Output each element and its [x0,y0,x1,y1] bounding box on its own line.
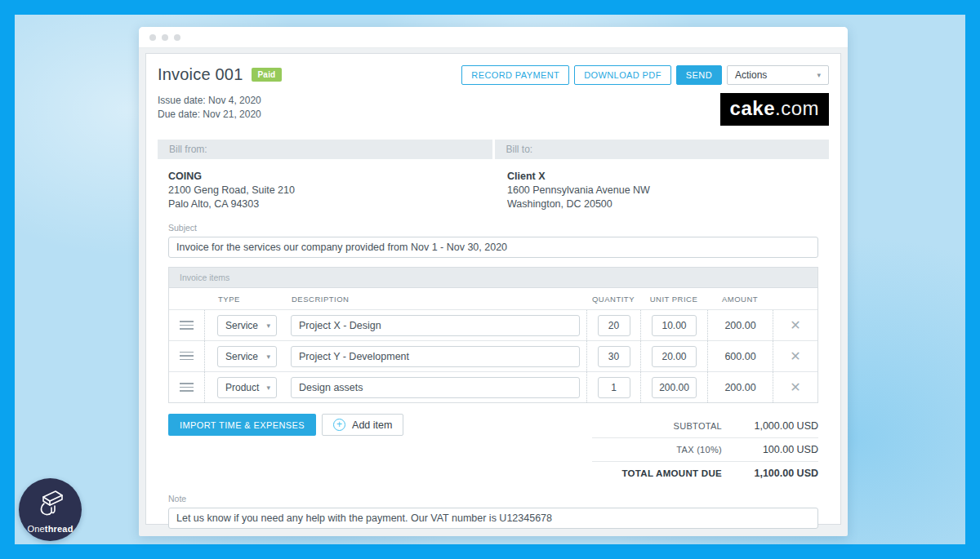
billing-addresses: COING 2100 Geng Road, Suite 210 Palo Alt… [158,159,829,223]
window-control-dot[interactable] [174,34,180,41]
add-item-label: Add item [352,419,392,431]
logo-text-bold: cake [730,97,775,120]
total-amount-due-label: TOTAL AMOUNT DUE [592,468,722,478]
column-header-quantity: QUANTITY [586,295,640,304]
download-pdf-button[interactable]: DOWNLOAD PDF [574,65,671,85]
tax-value: 100.00 USD [722,444,818,455]
item-unit-price-input[interactable] [652,315,697,336]
bill-from-name: COING [168,170,490,184]
onethread-wordmark: Onethread [27,524,73,534]
invoice-header: Invoice 001 Paid RECORD PAYMENT DOWNLOAD… [158,65,829,85]
bill-to-line1: 1600 Pennsylvania Avenue NW [507,184,829,197]
cake-com-logo: cake .com [720,93,829,126]
item-unit-price-input[interactable] [652,377,697,398]
bill-from-address: COING 2100 Geng Road, Suite 210 Palo Alt… [158,170,490,211]
toolbar: RECORD PAYMENT DOWNLOAD PDF SEND Actions… [461,65,829,85]
invoice-items-panel: Invoice items TYPE DESCRIPTION QUANTITY … [168,267,818,403]
item-amount: 600.00 [724,351,755,362]
item-quantity-input[interactable] [598,377,630,398]
totals-block: SUBTOTAL 1,000.00 USD TAX (10%) 100.00 U… [592,414,818,485]
item-type-select[interactable]: Service ▾ [217,346,277,367]
bill-from-line2: Palo Alto, CA 94303 [168,197,490,211]
drag-handle[interactable] [169,310,205,340]
billing-headers: Bill from: Bill to: [158,140,829,159]
bill-to-header: Bill to: [495,140,830,159]
drag-handle-icon [180,321,194,330]
subject-label: Subject [168,223,818,233]
invoice-items-bar: Invoice items [169,268,817,288]
add-item-button[interactable]: + Add item [322,414,403,436]
actions-dropdown-label: Actions [735,69,767,81]
plus-circle-icon: + [333,419,345,431]
bill-from-line1: 2100 Geng Road, Suite 210 [168,184,490,197]
subtotal-label: SUBTOTAL [592,421,722,431]
total-amount-due-row: TOTAL AMOUNT DUE 1,100.00 USD [592,461,818,485]
drag-handle-icon [180,352,194,361]
invoice-form: Subject Invoice items TYPE DESCRIPTION Q… [168,223,818,529]
page-background: Invoice 001 Paid RECORD PAYMENT DOWNLOAD… [0,0,980,559]
window-titlebar [139,27,848,48]
bill-from-header: Bill from: [158,140,492,159]
item-type-select[interactable]: Service ▾ [217,315,277,336]
window-control-dot[interactable] [162,34,168,41]
drag-handle-icon [180,383,194,392]
chevron-down-icon: ▾ [266,353,270,361]
note-block: Note [168,494,818,529]
column-header-amount: AMOUNT [707,295,773,304]
send-button[interactable]: SEND [676,65,722,85]
item-type-value: Product [225,382,259,393]
page-title: Invoice 001 [158,65,243,84]
table-row: Service ▾ 200.00 ✕ [169,309,817,340]
actions-dropdown[interactable]: Actions ▾ [727,65,829,85]
subject-block: Subject [168,223,818,258]
item-amount: 200.00 [724,382,755,393]
browser-window: Invoice 001 Paid RECORD PAYMENT DOWNLOAD… [139,27,848,536]
item-type-select[interactable]: Product ▾ [217,377,277,398]
chevron-down-icon: ▾ [266,384,270,392]
remove-item-icon[interactable]: ✕ [790,319,800,332]
column-header-description: DESCRIPTION [287,295,586,304]
item-amount: 200.00 [724,320,755,331]
status-badge: Paid [252,68,283,82]
record-payment-button[interactable]: RECORD PAYMENT [461,65,569,85]
subtotal-row: SUBTOTAL 1,000.00 USD [592,414,818,437]
logo-text-rest: .com [775,97,819,120]
item-description-input[interactable] [291,377,580,398]
note-label: Note [168,494,818,504]
total-amount-due-value: 1,100.00 USD [722,468,818,479]
import-time-expenses-button[interactable]: IMPORT TIME & EXPENSES [168,414,316,436]
table-row: Service ▾ 600.00 ✕ [169,340,817,371]
bill-to-line2: Washington, DC 20500 [507,197,829,211]
note-input[interactable] [168,508,818,529]
subject-input[interactable] [168,237,818,258]
remove-item-icon[interactable]: ✕ [790,350,800,363]
tax-row: TAX (10%) 100.00 USD [592,437,818,461]
tax-label: TAX (10%) [592,445,722,455]
bill-to-address: Client X 1600 Pennsylvania Avenue NW Was… [490,170,829,211]
subtotal-value: 1,000.00 USD [722,420,818,432]
table-row: Product ▾ 200.00 ✕ [169,371,817,402]
item-unit-price-input[interactable] [652,346,697,367]
items-table-header: TYPE DESCRIPTION QUANTITY UNIT PRICE AMO… [169,288,817,309]
item-description-input[interactable] [291,315,580,336]
item-type-value: Service [225,320,258,331]
actions-and-totals: IMPORT TIME & EXPENSES + Add item SUBTOT… [168,414,818,485]
item-quantity-input[interactable] [598,315,630,336]
window-control-dot[interactable] [149,34,156,41]
window-body: Invoice 001 Paid RECORD PAYMENT DOWNLOAD… [139,48,848,536]
column-header-unit-price: UNIT PRICE [640,295,707,304]
chevron-down-icon: ▾ [817,71,821,79]
drag-handle[interactable] [169,372,205,402]
onethread-logo: Onethread [19,478,82,541]
item-type-value: Service [225,351,258,362]
column-header-type: TYPE [205,295,287,304]
remove-item-icon[interactable]: ✕ [790,381,800,394]
onethread-3d-icon [33,488,68,519]
chevron-down-icon: ▾ [266,322,270,330]
bill-to-name: Client X [507,170,829,184]
item-quantity-input[interactable] [598,346,630,367]
item-description-input[interactable] [291,346,580,367]
invoice-card: Invoice 001 Paid RECORD PAYMENT DOWNLOAD… [145,53,841,525]
drag-handle[interactable] [169,341,205,371]
